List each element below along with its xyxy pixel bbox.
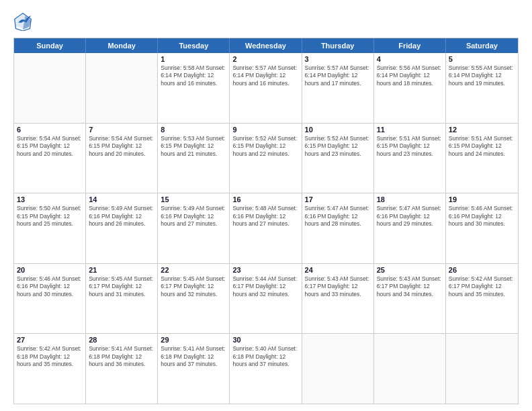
calendar-day-15: 15Sunrise: 5:49 AM Sunset: 6:16 PM Dayli… [158, 193, 230, 263]
day-info: Sunrise: 5:48 AM Sunset: 6:16 PM Dayligh… [232, 205, 298, 228]
day-number: 25 [377, 266, 443, 274]
day-info: Sunrise: 5:58 AM Sunset: 6:14 PM Dayligh… [161, 64, 226, 87]
calendar-week-4: 20Sunrise: 5:46 AM Sunset: 6:16 PM Dayli… [14, 263, 518, 334]
calendar-day-28: 28Sunrise: 5:41 AM Sunset: 6:18 PM Dayli… [86, 334, 158, 404]
calendar-day-10: 10Sunrise: 5:52 AM Sunset: 6:15 PM Dayli… [302, 124, 374, 193]
day-info: Sunrise: 5:45 AM Sunset: 6:17 PM Dayligh… [89, 275, 154, 298]
calendar-day-25: 25Sunrise: 5:43 AM Sunset: 6:17 PM Dayli… [374, 264, 446, 334]
day-info: Sunrise: 5:41 AM Sunset: 6:18 PM Dayligh… [89, 345, 154, 368]
day-info: Sunrise: 5:54 AM Sunset: 6:15 PM Dayligh… [89, 135, 154, 158]
calendar-week-3: 13Sunrise: 5:50 AM Sunset: 6:15 PM Dayli… [14, 193, 518, 263]
calendar-day-20: 20Sunrise: 5:46 AM Sunset: 6:16 PM Dayli… [14, 264, 86, 334]
calendar-day-29: 29Sunrise: 5:41 AM Sunset: 6:18 PM Dayli… [158, 334, 230, 404]
day-info: Sunrise: 5:52 AM Sunset: 6:15 PM Dayligh… [232, 135, 298, 158]
calendar-day-23: 23Sunrise: 5:44 AM Sunset: 6:17 PM Dayli… [230, 264, 302, 334]
calendar-body: 1Sunrise: 5:58 AM Sunset: 6:14 PM Daylig… [14, 53, 518, 404]
calendar-day-21: 21Sunrise: 5:45 AM Sunset: 6:17 PM Dayli… [86, 264, 158, 334]
day-info: Sunrise: 5:49 AM Sunset: 6:16 PM Dayligh… [89, 205, 154, 228]
day-header-tuesday: Tuesday [158, 38, 230, 53]
calendar-day-8: 8Sunrise: 5:53 AM Sunset: 6:15 PM Daylig… [158, 124, 230, 193]
calendar: SundayMondayTuesdayWednesdayThursdayFrid… [13, 38, 519, 404]
day-info: Sunrise: 5:44 AM Sunset: 6:17 PM Dayligh… [232, 275, 298, 298]
day-info: Sunrise: 5:46 AM Sunset: 6:16 PM Dayligh… [17, 275, 83, 298]
calendar-day-5: 5Sunrise: 5:55 AM Sunset: 6:14 PM Daylig… [446, 53, 518, 123]
day-info: Sunrise: 5:56 AM Sunset: 6:14 PM Dayligh… [377, 64, 443, 87]
day-header-wednesday: Wednesday [230, 38, 302, 53]
calendar-day-19: 19Sunrise: 5:46 AM Sunset: 6:16 PM Dayli… [446, 193, 518, 263]
day-info: Sunrise: 5:45 AM Sunset: 6:17 PM Dayligh… [161, 275, 226, 298]
calendar-day-14: 14Sunrise: 5:49 AM Sunset: 6:16 PM Dayli… [86, 193, 158, 263]
page: SundayMondayTuesdayWednesdayThursdayFrid… [0, 0, 532, 411]
day-info: Sunrise: 5:42 AM Sunset: 6:17 PM Dayligh… [449, 275, 515, 298]
day-number: 11 [377, 126, 443, 134]
day-info: Sunrise: 5:51 AM Sunset: 6:15 PM Dayligh… [377, 135, 443, 158]
day-info: Sunrise: 5:49 AM Sunset: 6:16 PM Dayligh… [161, 205, 226, 228]
day-number: 22 [161, 266, 226, 274]
calendar-day-9: 9Sunrise: 5:52 AM Sunset: 6:15 PM Daylig… [230, 124, 302, 193]
day-info: Sunrise: 5:50 AM Sunset: 6:15 PM Dayligh… [17, 205, 83, 228]
day-number: 16 [232, 195, 298, 203]
day-header-thursday: Thursday [302, 38, 374, 53]
calendar-day-16: 16Sunrise: 5:48 AM Sunset: 6:16 PM Dayli… [230, 193, 302, 263]
day-number: 27 [17, 336, 83, 344]
day-number: 30 [232, 336, 298, 344]
day-number: 24 [305, 266, 371, 274]
calendar-day-30: 30Sunrise: 5:40 AM Sunset: 6:18 PM Dayli… [230, 334, 302, 404]
day-number: 9 [232, 126, 298, 134]
day-number: 21 [89, 266, 154, 274]
calendar-empty-cell [374, 334, 446, 404]
day-info: Sunrise: 5:47 AM Sunset: 6:16 PM Dayligh… [305, 205, 371, 228]
calendar-day-12: 12Sunrise: 5:51 AM Sunset: 6:15 PM Dayli… [446, 124, 518, 193]
day-info: Sunrise: 5:46 AM Sunset: 6:16 PM Dayligh… [449, 205, 515, 228]
calendar-empty-cell [86, 53, 158, 123]
day-number: 13 [17, 195, 83, 203]
day-number: 28 [89, 336, 154, 344]
logo-icon [13, 12, 32, 31]
calendar-day-1: 1Sunrise: 5:58 AM Sunset: 6:14 PM Daylig… [158, 53, 230, 123]
calendar-day-22: 22Sunrise: 5:45 AM Sunset: 6:17 PM Dayli… [158, 264, 230, 334]
day-header-friday: Friday [374, 38, 446, 53]
day-number: 7 [89, 126, 154, 134]
calendar-week-5: 27Sunrise: 5:42 AM Sunset: 6:18 PM Dayli… [14, 333, 518, 404]
day-number: 15 [161, 195, 226, 203]
day-info: Sunrise: 5:57 AM Sunset: 6:14 PM Dayligh… [305, 64, 371, 87]
day-number: 8 [161, 126, 226, 134]
day-info: Sunrise: 5:43 AM Sunset: 6:17 PM Dayligh… [377, 275, 443, 298]
day-info: Sunrise: 5:43 AM Sunset: 6:17 PM Dayligh… [305, 275, 371, 298]
day-number: 23 [232, 266, 298, 274]
day-number: 2 [232, 55, 298, 63]
day-number: 4 [377, 55, 443, 63]
day-info: Sunrise: 5:41 AM Sunset: 6:18 PM Dayligh… [161, 345, 226, 368]
calendar-empty-cell [14, 53, 86, 123]
calendar-day-2: 2Sunrise: 5:57 AM Sunset: 6:14 PM Daylig… [230, 53, 302, 123]
calendar-day-26: 26Sunrise: 5:42 AM Sunset: 6:17 PM Dayli… [446, 264, 518, 334]
day-number: 3 [305, 55, 371, 63]
day-info: Sunrise: 5:40 AM Sunset: 6:18 PM Dayligh… [232, 345, 298, 368]
day-number: 29 [161, 336, 226, 344]
day-number: 19 [449, 195, 515, 203]
day-info: Sunrise: 5:55 AM Sunset: 6:14 PM Dayligh… [449, 64, 515, 87]
day-number: 12 [449, 126, 515, 134]
day-info: Sunrise: 5:54 AM Sunset: 6:15 PM Dayligh… [17, 135, 83, 158]
day-number: 18 [377, 195, 443, 203]
day-header-sunday: Sunday [14, 38, 86, 53]
calendar-day-3: 3Sunrise: 5:57 AM Sunset: 6:14 PM Daylig… [302, 53, 374, 123]
header [13, 12, 519, 31]
calendar-day-17: 17Sunrise: 5:47 AM Sunset: 6:16 PM Dayli… [302, 193, 374, 263]
day-number: 6 [17, 126, 83, 134]
day-info: Sunrise: 5:53 AM Sunset: 6:15 PM Dayligh… [161, 135, 226, 158]
day-number: 20 [17, 266, 83, 274]
calendar-day-7: 7Sunrise: 5:54 AM Sunset: 6:15 PM Daylig… [86, 124, 158, 193]
day-number: 1 [161, 55, 226, 63]
day-info: Sunrise: 5:51 AM Sunset: 6:15 PM Dayligh… [449, 135, 515, 158]
day-number: 5 [449, 55, 515, 63]
calendar-week-2: 6Sunrise: 5:54 AM Sunset: 6:15 PM Daylig… [14, 123, 518, 193]
calendar-week-1: 1Sunrise: 5:58 AM Sunset: 6:14 PM Daylig… [14, 53, 518, 123]
day-info: Sunrise: 5:47 AM Sunset: 6:16 PM Dayligh… [377, 205, 443, 228]
day-number: 17 [305, 195, 371, 203]
day-header-saturday: Saturday [446, 38, 518, 53]
logo [13, 12, 35, 31]
calendar-day-4: 4Sunrise: 5:56 AM Sunset: 6:14 PM Daylig… [374, 53, 446, 123]
calendar-header: SundayMondayTuesdayWednesdayThursdayFrid… [14, 38, 518, 53]
day-header-monday: Monday [86, 38, 158, 53]
